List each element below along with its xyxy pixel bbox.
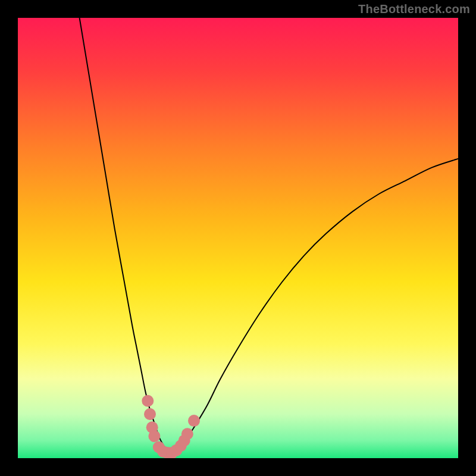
watermark-text: TheBottleneck.com <box>358 2 470 16</box>
highlighted-range-markers <box>142 395 200 458</box>
marker-dot <box>144 408 156 420</box>
chart-frame: TheBottleneck.com <box>0 0 476 476</box>
marker-dot <box>142 395 154 407</box>
marker-dot <box>148 430 160 442</box>
marker-dot <box>181 428 193 440</box>
plot-area <box>18 18 458 458</box>
marker-dot <box>188 415 200 427</box>
marker-layer <box>18 18 458 458</box>
